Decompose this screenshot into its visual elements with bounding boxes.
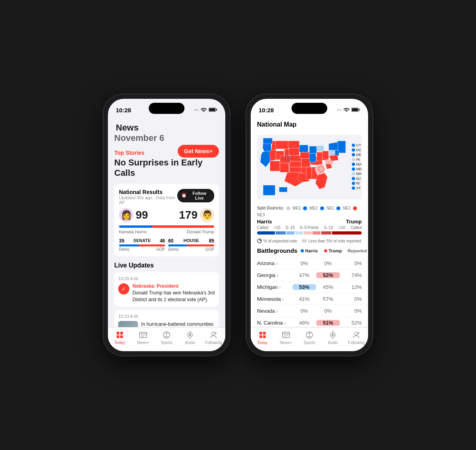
tab-label-following-1: Following bbox=[205, 340, 222, 345]
svg-rect-54 bbox=[299, 145, 308, 152]
trump-510-seg bbox=[313, 231, 321, 235]
de-label: DE bbox=[356, 153, 361, 157]
bg-state-name[interactable]: Michigan › bbox=[257, 284, 292, 290]
called-labels: Called >10 5–10 0–5 Points 5–10 >10 Call… bbox=[257, 225, 362, 230]
ct-dot bbox=[352, 144, 355, 147]
svg-rect-55 bbox=[309, 146, 317, 153]
bg-harris-pct: 53% bbox=[292, 284, 316, 290]
bg-state-name[interactable]: Arizona › bbox=[257, 260, 292, 266]
harris-name: Kamala Harris bbox=[119, 229, 147, 234]
results-info: National Results Updated 45s ago · Data … bbox=[119, 189, 177, 205]
tab-audio-1[interactable]: Audio bbox=[178, 331, 202, 345]
tab-newsplus-2[interactable]: News+ bbox=[274, 331, 298, 345]
state-ma: MA bbox=[352, 162, 362, 166]
ma-dot bbox=[352, 163, 355, 166]
tab-today-1[interactable]: Today bbox=[108, 331, 131, 345]
signal-icon: ··· bbox=[194, 108, 199, 112]
today-icon-2 bbox=[258, 331, 267, 339]
nh-label: NH bbox=[356, 172, 361, 176]
split-districts: Split Districts: ME1 ME2 NE1 NE2 NE3 bbox=[257, 206, 362, 217]
dc-label: DC bbox=[356, 148, 361, 152]
chevron-right-icon: › bbox=[284, 321, 286, 325]
battleground-rows: Arizona › 0% 0% 0% Georgia › 47% 52% 74%… bbox=[257, 257, 362, 327]
bg-harris-pct: 0% bbox=[292, 308, 316, 314]
svg-rect-28 bbox=[289, 167, 302, 172]
bg-state-name[interactable]: Minnesota › bbox=[257, 296, 292, 302]
state-nj: NJ bbox=[352, 177, 362, 181]
update-headline-1: Nebraska: President bbox=[132, 283, 215, 289]
status-icons-1: ··· bbox=[194, 107, 217, 113]
vt-label: VT bbox=[356, 186, 361, 190]
audio-icon-2 bbox=[328, 331, 337, 339]
circle-icon bbox=[257, 238, 262, 243]
battery-icon bbox=[209, 107, 217, 113]
phones-container: 10:28 ··· bbox=[103, 94, 373, 356]
battleground-row: N. Carolina › 48% 51% 52% bbox=[257, 317, 362, 327]
harris-votes: 99 bbox=[136, 209, 148, 221]
battleground-row: Michigan › 53% 45% 12% bbox=[257, 281, 362, 293]
house-gop-label: GOP bbox=[205, 247, 214, 252]
chevron-right-icon: › bbox=[282, 297, 284, 302]
sports-icon-2 bbox=[305, 331, 314, 339]
svg-rect-56 bbox=[309, 153, 316, 162]
less-than-5-text: Less than 5% of vote reported bbox=[308, 239, 361, 243]
follow-live-button[interactable]: ⏰ Follow Live bbox=[177, 189, 214, 202]
called-left: Called bbox=[257, 225, 268, 230]
get-news-button[interactable]: Get News+ bbox=[178, 145, 219, 158]
dynamic-island-2 bbox=[292, 103, 327, 114]
trump-label: Trump bbox=[346, 219, 362, 225]
svg-rect-49 bbox=[280, 156, 290, 163]
ri-label: RI bbox=[356, 181, 360, 185]
harris-avatar: 👩 bbox=[119, 208, 133, 222]
phone1-content: News November 6 Get News+ Top Stories No… bbox=[108, 118, 225, 327]
svg-rect-26 bbox=[289, 156, 301, 162]
fiveten-right: 5–10 bbox=[324, 225, 333, 230]
bg-trump-pct: 52% bbox=[316, 272, 340, 278]
tab-sports-1[interactable]: Sports bbox=[155, 331, 178, 345]
bg-state-name[interactable]: Georgia › bbox=[257, 272, 292, 278]
expected-vote-text: % of expected vote bbox=[263, 239, 297, 243]
square-icon bbox=[302, 239, 307, 242]
md-dot bbox=[352, 167, 355, 171]
tab-today-2[interactable]: Today bbox=[251, 331, 274, 345]
vt-dot bbox=[352, 187, 355, 190]
tab-audio-2[interactable]: Audio bbox=[321, 331, 345, 345]
update-text-1: Nebraska: President Donald Trump has won… bbox=[132, 283, 215, 303]
trump-called-seg bbox=[332, 231, 362, 235]
tab-following-1[interactable]: Following bbox=[202, 331, 225, 345]
bg-state-name[interactable]: N. Carolina › bbox=[257, 320, 292, 326]
bg-col-headers: Harris Trump Reported bbox=[298, 248, 367, 253]
ht-labels: Harris Trump bbox=[257, 219, 362, 225]
tab-label-following-2: Following bbox=[348, 340, 365, 345]
today-icon bbox=[115, 331, 124, 339]
harris-trump-bar-section: Harris Trump Called >10 5–10 0–5 Points … bbox=[257, 219, 362, 235]
senate-counts: 35 SENATE 46 bbox=[119, 238, 165, 244]
house-dems-label: Dems bbox=[168, 247, 178, 252]
harris-05-seg bbox=[295, 231, 303, 235]
ri-dot bbox=[352, 182, 355, 185]
ma-label: MA bbox=[356, 162, 362, 166]
tab-sports-2[interactable]: Sports bbox=[298, 331, 321, 345]
me2-label: ME2 bbox=[309, 206, 318, 210]
nj-label: NJ bbox=[356, 177, 361, 181]
house-dems: 60 bbox=[168, 238, 173, 244]
bg-trump-pct: 45% bbox=[316, 284, 340, 290]
newsplus-icon-2 bbox=[282, 331, 290, 339]
chevron-right-icon: › bbox=[279, 285, 281, 290]
candidates-row: 👩 99 179 👨 bbox=[119, 208, 214, 222]
svg-rect-4 bbox=[120, 332, 123, 335]
trump-bar bbox=[152, 225, 214, 228]
wifi-icon-2 bbox=[344, 107, 349, 113]
dc-dot bbox=[352, 148, 355, 152]
tab-following-2[interactable]: Following bbox=[345, 331, 368, 345]
ht-bar bbox=[257, 231, 362, 235]
svg-rect-2 bbox=[217, 109, 217, 110]
tab-newsplus-1[interactable]: News+ bbox=[131, 331, 155, 345]
bg-reported-pct: 74% bbox=[340, 272, 362, 278]
tab-label-audio-1: Audio bbox=[185, 340, 195, 345]
svg-rect-74 bbox=[263, 335, 266, 338]
bg-state-name[interactable]: Nevada › bbox=[257, 308, 292, 314]
tab-bar-1: Today News+ bbox=[108, 327, 225, 351]
bg-trump-pct: 57% bbox=[316, 296, 340, 302]
house-counts: 60 HOUSE 85 bbox=[168, 238, 214, 244]
